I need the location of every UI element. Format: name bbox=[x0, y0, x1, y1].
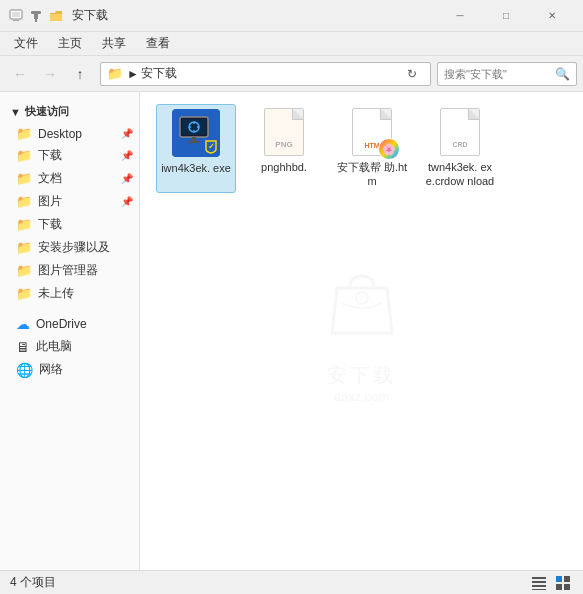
pin-icon bbox=[28, 8, 44, 24]
sidebar-item-pc[interactable]: 🖥 此电脑 bbox=[0, 335, 139, 358]
svg-rect-24 bbox=[564, 576, 570, 582]
file-name-crdl: twn4k3ek. exe.crdow nload bbox=[424, 160, 496, 189]
sidebar-item-onedrive[interactable]: ☁ OneDrive bbox=[0, 313, 139, 335]
menubar: 文件 主页 共享 查看 bbox=[0, 32, 583, 56]
titlebar: 安下载 ─ □ ✕ bbox=[0, 0, 583, 32]
file-item-exe[interactable]: ✓ iwn4k3ek. exe bbox=[156, 104, 236, 193]
svg-rect-26 bbox=[564, 584, 570, 590]
menu-home[interactable]: 主页 bbox=[48, 33, 92, 54]
statusbar-right bbox=[529, 573, 573, 593]
sidebar-label-pictures: 图片 bbox=[38, 193, 62, 210]
pin-icon-download: 📌 bbox=[121, 150, 133, 161]
menu-view[interactable]: 查看 bbox=[136, 33, 180, 54]
minimize-button[interactable]: ─ bbox=[437, 0, 483, 32]
svg-rect-21 bbox=[532, 585, 546, 587]
watermark-text: 安下载 bbox=[317, 362, 407, 389]
menu-share[interactable]: 共享 bbox=[92, 33, 136, 54]
file-item-png[interactable]: PNG pnghhbd. bbox=[244, 104, 324, 193]
folder-icon-dl2: 📁 bbox=[16, 217, 32, 232]
svg-rect-5 bbox=[35, 19, 37, 22]
watermark: 安 安下载 anxz.com bbox=[317, 258, 407, 404]
cloud-icon: ☁ bbox=[16, 316, 30, 332]
crdl-icon: CRD bbox=[436, 108, 484, 156]
sidebar-item-pictures[interactable]: 📁 图片 📌 bbox=[0, 190, 139, 213]
sidebar-label-download: 下载 bbox=[38, 147, 62, 164]
svg-point-6 bbox=[356, 292, 368, 304]
svg-rect-4 bbox=[34, 14, 38, 19]
svg-rect-16 bbox=[192, 137, 196, 141]
sidebar-item-network[interactable]: 🌐 网络 bbox=[0, 358, 139, 381]
pin-icon-pictures: 📌 bbox=[121, 196, 133, 207]
file-name-exe: iwn4k3ek. exe bbox=[161, 161, 231, 175]
content-area: 安 安下载 anxz.com bbox=[140, 92, 583, 570]
png-icon: PNG bbox=[260, 108, 308, 156]
svg-rect-23 bbox=[556, 576, 562, 582]
exe-icon: ✓ bbox=[172, 109, 220, 157]
refresh-button[interactable]: ↻ bbox=[400, 62, 424, 86]
menu-file[interactable]: 文件 bbox=[4, 33, 48, 54]
window-title: 安下载 bbox=[72, 7, 437, 24]
svg-rect-25 bbox=[556, 584, 562, 590]
folder-icon bbox=[48, 8, 64, 24]
view-large-button[interactable] bbox=[553, 573, 573, 593]
close-button[interactable]: ✕ bbox=[529, 0, 575, 32]
folder-icon-pictures: 📁 bbox=[16, 194, 32, 209]
pin-icon-documents: 📌 bbox=[121, 173, 133, 184]
sidebar-item-desktop[interactable]: 📁 Desktop 📌 bbox=[0, 123, 139, 144]
sidebar-label-network: 网络 bbox=[39, 361, 63, 378]
quick-access-title: ▼ 快速访问 bbox=[0, 100, 139, 123]
sidebar-label-install: 安装步骤以及 bbox=[38, 239, 110, 256]
folder-icon-desktop: 📁 bbox=[16, 126, 32, 141]
back-button[interactable]: ← bbox=[6, 60, 34, 88]
sidebar-label-notuploaded: 未上传 bbox=[38, 285, 74, 302]
svg-text:✓: ✓ bbox=[208, 142, 215, 151]
svg-rect-2 bbox=[13, 20, 19, 21]
file-item-crdl[interactable]: CRD twn4k3ek. exe.crdow nload bbox=[420, 104, 500, 193]
address-bar[interactable]: 📁 ► 安下载 ↻ bbox=[100, 62, 431, 86]
sidebar-label-desktop: Desktop bbox=[38, 127, 82, 141]
sidebar-label-onedrive: OneDrive bbox=[36, 317, 87, 331]
search-bar[interactable]: 🔍 bbox=[437, 62, 577, 86]
address-folder-icon: 📁 bbox=[107, 66, 123, 81]
address-breadcrumb: ► 安下载 bbox=[127, 65, 400, 82]
folder-icon-download: 📁 bbox=[16, 148, 32, 163]
pc-icon: 🖥 bbox=[16, 339, 30, 355]
svg-rect-20 bbox=[532, 581, 546, 583]
forward-button[interactable]: → bbox=[36, 60, 64, 88]
svg-rect-3 bbox=[31, 11, 41, 14]
search-icon: 🔍 bbox=[555, 67, 570, 81]
maximize-button[interactable]: □ bbox=[483, 0, 529, 32]
file-item-htm[interactable]: HTM 🌸 安下载帮 助.htm bbox=[332, 104, 412, 193]
svg-rect-1 bbox=[12, 12, 20, 17]
folder-icon-install: 📁 bbox=[16, 240, 32, 255]
sidebar-item-documents[interactable]: 📁 文档 📌 bbox=[0, 167, 139, 190]
svg-rect-17 bbox=[188, 141, 200, 143]
view-details-button[interactable] bbox=[529, 573, 549, 593]
sidebar-label-pc: 此电脑 bbox=[36, 338, 72, 355]
toolbar: ← → ↑ 📁 ► 安下载 ↻ 🔍 bbox=[0, 56, 583, 92]
breadcrumb-arrow: ► bbox=[127, 67, 139, 81]
pin-icon-desktop: 📌 bbox=[121, 128, 133, 139]
watermark-subtext: anxz.com bbox=[317, 389, 407, 404]
folder-icon-documents: 📁 bbox=[16, 171, 32, 186]
network-icon: 🌐 bbox=[16, 362, 33, 378]
sidebar-item-imgmgr[interactable]: 📁 图片管理器 bbox=[0, 259, 139, 282]
sidebar-item-dl2[interactable]: 📁 下载 bbox=[0, 213, 139, 236]
file-name-htm: 安下载帮 助.htm bbox=[336, 160, 408, 189]
sidebar-item-notuploaded[interactable]: 📁 未上传 bbox=[0, 282, 139, 305]
status-count: 4 个项目 bbox=[10, 574, 56, 591]
htm-icon: HTM 🌸 bbox=[348, 108, 396, 156]
main-area: ▼ 快速访问 📁 Desktop 📌 📁 下载 📌 📁 文档 📌 📁 图片 📌 … bbox=[0, 92, 583, 570]
sidebar-item-install[interactable]: 📁 安装步骤以及 bbox=[0, 236, 139, 259]
sidebar-item-download[interactable]: 📁 下载 📌 bbox=[0, 144, 139, 167]
quick-access-arrow: ▼ bbox=[10, 106, 21, 118]
window-controls: ─ □ ✕ bbox=[437, 0, 575, 32]
search-input[interactable] bbox=[444, 68, 555, 80]
quick-access-label: 快速访问 bbox=[25, 104, 69, 119]
svg-text:安: 安 bbox=[358, 293, 366, 302]
sidebar-label-dl2: 下载 bbox=[38, 216, 62, 233]
svg-rect-22 bbox=[532, 589, 546, 590]
sidebar-label-documents: 文档 bbox=[38, 170, 62, 187]
app-icon bbox=[8, 8, 24, 24]
up-button[interactable]: ↑ bbox=[66, 60, 94, 88]
